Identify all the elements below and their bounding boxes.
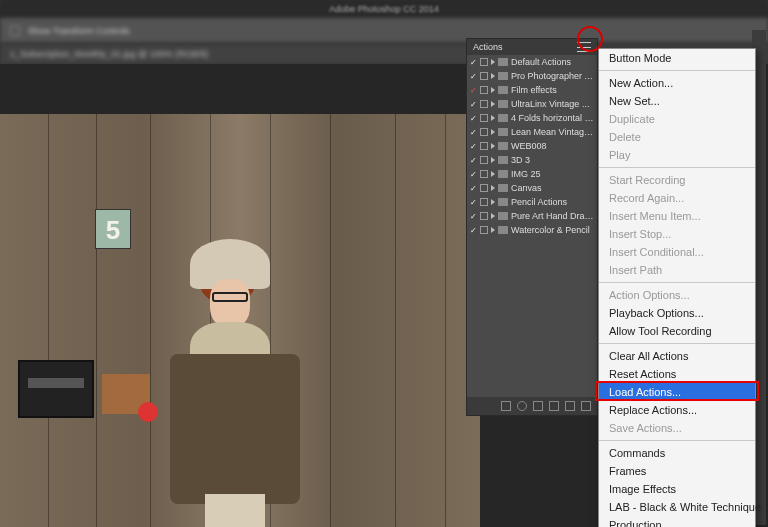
- menu-item-lab-black-white-technique[interactable]: LAB - Black & White Technique: [599, 498, 755, 516]
- check-icon[interactable]: ✓: [469, 170, 477, 179]
- folder-icon: [498, 100, 508, 108]
- disclosure-triangle-icon[interactable]: [491, 227, 495, 233]
- new-action-icon[interactable]: [565, 401, 575, 411]
- action-set-row[interactable]: ✓ 3D 3: [467, 153, 597, 167]
- action-set-row[interactable]: ✓ Pure Art Hand Draw...: [467, 209, 597, 223]
- disclosure-triangle-icon[interactable]: [491, 129, 495, 135]
- disclosure-triangle-icon[interactable]: [491, 87, 495, 93]
- check-icon[interactable]: ✓: [469, 128, 477, 137]
- actions-panel-header: Actions: [467, 39, 597, 55]
- app-title-bar: Adobe Photoshop CC 2014: [0, 0, 768, 18]
- folder-icon: [498, 142, 508, 150]
- action-set-row[interactable]: ✓ UltraLinx Vintage ...: [467, 97, 597, 111]
- action-set-name: Watercolor & Pencil: [511, 225, 595, 235]
- menu-item-new-set[interactable]: New Set...: [599, 92, 755, 110]
- action-set-name: IMG 25: [511, 169, 595, 179]
- new-set-icon[interactable]: [549, 401, 559, 411]
- check-icon[interactable]: ✓: [469, 86, 477, 95]
- menu-item-new-action[interactable]: New Action...: [599, 74, 755, 92]
- action-set-name: Canvas: [511, 183, 595, 193]
- check-icon[interactable]: ✓: [469, 156, 477, 165]
- menu-item-play: Play: [599, 146, 755, 164]
- play-icon[interactable]: [533, 401, 543, 411]
- dialog-toggle-icon[interactable]: [480, 226, 488, 234]
- dialog-toggle-icon[interactable]: [480, 58, 488, 66]
- folder-icon: [498, 86, 508, 94]
- check-icon[interactable]: ✓: [469, 58, 477, 67]
- check-icon[interactable]: ✓: [469, 72, 477, 81]
- dialog-toggle-icon[interactable]: [480, 100, 488, 108]
- check-icon[interactable]: ✓: [469, 100, 477, 109]
- panel-menu-icon[interactable]: [577, 42, 591, 52]
- dialog-toggle-icon[interactable]: [480, 212, 488, 220]
- photo-subject: [160, 244, 340, 527]
- show-transform-checkbox[interactable]: [10, 26, 20, 36]
- action-set-name: 4 Folds horizontal v...: [511, 113, 595, 123]
- document-tab-label: 1_Subscription_Monthly_01.jpg @ 100% (RG…: [10, 49, 208, 59]
- actions-list: ✓ Default Actions✓ Pro Photographer A...…: [467, 55, 597, 237]
- disclosure-triangle-icon[interactable]: [491, 199, 495, 205]
- action-set-row[interactable]: ✓ 4 Folds horizontal v...: [467, 111, 597, 125]
- menu-item-allow-tool-recording[interactable]: Allow Tool Recording: [599, 322, 755, 340]
- menu-item-image-effects[interactable]: Image Effects: [599, 480, 755, 498]
- action-set-row[interactable]: ✓ Pro Photographer A...: [467, 69, 597, 83]
- check-icon[interactable]: ✓: [469, 184, 477, 193]
- disclosure-triangle-icon[interactable]: [491, 73, 495, 79]
- dialog-toggle-icon[interactable]: [480, 198, 488, 206]
- menu-item-frames[interactable]: Frames: [599, 462, 755, 480]
- dialog-toggle-icon[interactable]: [480, 184, 488, 192]
- menu-item-playback-options[interactable]: Playback Options...: [599, 304, 755, 322]
- disclosure-triangle-icon[interactable]: [491, 157, 495, 163]
- folder-icon: [498, 170, 508, 178]
- action-set-row[interactable]: ✓ Canvas: [467, 181, 597, 195]
- disclosure-triangle-icon[interactable]: [491, 143, 495, 149]
- dialog-toggle-icon[interactable]: [480, 72, 488, 80]
- disclosure-triangle-icon[interactable]: [491, 185, 495, 191]
- menu-item-duplicate: Duplicate: [599, 110, 755, 128]
- action-set-row[interactable]: ✓ Pencil Actions: [467, 195, 597, 209]
- dialog-toggle-icon[interactable]: [480, 170, 488, 178]
- menu-item-save-actions: Save Actions...: [599, 419, 755, 437]
- menu-item-insert-path: Insert Path: [599, 261, 755, 279]
- app-title: Adobe Photoshop CC 2014: [329, 4, 439, 14]
- actions-flyout-menu: Button ModeNew Action...New Set...Duplic…: [598, 48, 756, 527]
- dialog-toggle-icon[interactable]: [480, 128, 488, 136]
- check-icon[interactable]: ✓: [469, 114, 477, 123]
- disclosure-triangle-icon[interactable]: [491, 101, 495, 107]
- disclosure-triangle-icon[interactable]: [491, 115, 495, 121]
- folder-icon: [498, 184, 508, 192]
- menu-item-load-actions[interactable]: Load Actions...: [599, 383, 755, 401]
- menu-item-reset-actions[interactable]: Reset Actions: [599, 365, 755, 383]
- dialog-toggle-icon[interactable]: [480, 86, 488, 94]
- check-icon[interactable]: ✓: [469, 198, 477, 207]
- image-canvas[interactable]: 5: [0, 114, 480, 527]
- disclosure-triangle-icon[interactable]: [491, 213, 495, 219]
- disclosure-triangle-icon[interactable]: [491, 59, 495, 65]
- folder-icon: [498, 128, 508, 136]
- check-icon[interactable]: ✓: [469, 226, 477, 235]
- action-set-row[interactable]: ✓ WEB008: [467, 139, 597, 153]
- action-set-row[interactable]: ✓ Lean Mean Vintage ...: [467, 125, 597, 139]
- menu-item-replace-actions[interactable]: Replace Actions...: [599, 401, 755, 419]
- mailbox-small-icon: [102, 374, 150, 414]
- dialog-toggle-icon[interactable]: [480, 142, 488, 150]
- dialog-toggle-icon[interactable]: [480, 114, 488, 122]
- record-icon[interactable]: [517, 401, 527, 411]
- menu-item-button-mode[interactable]: Button Mode: [599, 49, 755, 67]
- dialog-toggle-icon[interactable]: [480, 156, 488, 164]
- action-set-row[interactable]: ✓ Default Actions: [467, 55, 597, 69]
- disclosure-triangle-icon[interactable]: [491, 171, 495, 177]
- menu-item-commands[interactable]: Commands: [599, 444, 755, 462]
- menu-item-clear-all-actions[interactable]: Clear All Actions: [599, 347, 755, 365]
- folder-icon: [498, 114, 508, 122]
- action-set-name: Lean Mean Vintage ...: [511, 127, 595, 137]
- trash-icon[interactable]: [581, 401, 591, 411]
- action-set-row[interactable]: ✓ IMG 25: [467, 167, 597, 181]
- check-icon[interactable]: ✓: [469, 142, 477, 151]
- stop-icon[interactable]: [501, 401, 511, 411]
- menu-item-production[interactable]: Production: [599, 516, 755, 527]
- action-set-row[interactable]: ✓ Film effects: [467, 83, 597, 97]
- check-icon[interactable]: ✓: [469, 212, 477, 221]
- action-set-name: 3D 3: [511, 155, 595, 165]
- action-set-row[interactable]: ✓ Watercolor & Pencil: [467, 223, 597, 237]
